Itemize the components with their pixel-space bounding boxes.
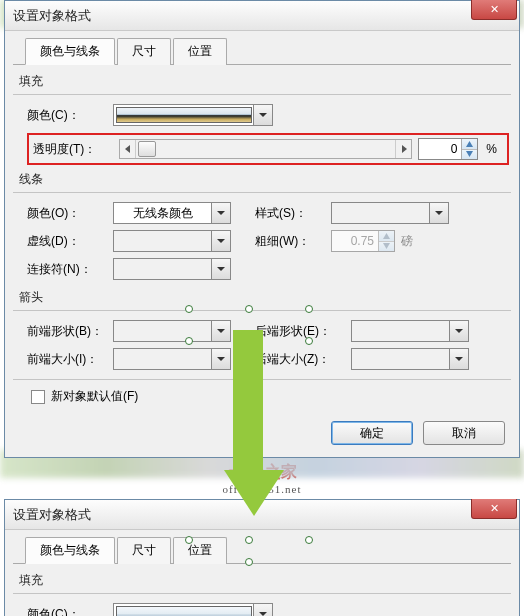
slider-left-icon[interactable]	[120, 140, 136, 158]
weight-input[interactable]	[332, 231, 378, 251]
cancel-button[interactable]: 取消	[423, 421, 505, 445]
chevron-down-icon[interactable]	[211, 320, 231, 342]
spin-down-icon[interactable]	[462, 150, 477, 160]
transparency-highlight: 透明度(T)： %	[27, 133, 509, 165]
section-arrows-label: 箭头	[13, 287, 511, 308]
fill-color-combo[interactable]	[113, 104, 273, 126]
tab-color-lines[interactable]: 颜色与线条	[25, 537, 115, 564]
close-button[interactable]: ✕	[471, 0, 517, 20]
selection-handle[interactable]	[305, 536, 313, 544]
panel: 填充 颜色(C)： 透明度(T)：	[5, 65, 519, 413]
transparency-slider[interactable]	[119, 139, 412, 159]
end-shape-label: 后端形状(E)：	[255, 323, 345, 340]
divider	[13, 94, 511, 95]
chevron-down-icon[interactable]	[449, 320, 469, 342]
chevron-down-icon[interactable]	[211, 348, 231, 370]
begin-shape-label: 前端形状(B)：	[27, 323, 107, 340]
chevron-down-icon[interactable]	[253, 603, 273, 616]
line-dash-combo[interactable]	[113, 230, 231, 252]
tab-size[interactable]: 尺寸	[117, 537, 171, 564]
format-object-dialog-top: 设置对象格式 ✕ 颜色与线条 尺寸 位置 填充 颜色(C)： 透明度(T)：	[4, 0, 520, 458]
spin-up-icon[interactable]	[379, 231, 394, 242]
selection-handle[interactable]	[245, 305, 253, 313]
begin-size-label: 前端大小(I)：	[27, 351, 107, 368]
section-fill-label: 填充	[13, 71, 511, 92]
tab-size[interactable]: 尺寸	[117, 38, 171, 65]
spin-up-icon[interactable]	[462, 139, 477, 150]
chevron-down-icon[interactable]	[211, 258, 231, 280]
weight-unit: 磅	[401, 233, 413, 250]
end-size-label: 后端大小(Z)：	[255, 351, 345, 368]
line-color-combo[interactable]: 无线条颜色	[113, 202, 231, 224]
titlebar[interactable]: 设置对象格式 ✕	[5, 500, 519, 530]
fill-swatch	[116, 107, 252, 123]
spin-down-icon[interactable]	[379, 242, 394, 252]
selection-handle[interactable]	[185, 337, 193, 345]
section-fill-label: 填充	[13, 570, 511, 591]
selection-handle[interactable]	[185, 305, 193, 313]
transparency-input[interactable]	[419, 139, 461, 159]
fill-color-label: 颜色(C)：	[27, 107, 107, 124]
selection-handle[interactable]	[245, 536, 253, 544]
tab-position[interactable]: 位置	[173, 38, 227, 65]
divider	[13, 593, 511, 594]
window-title: 设置对象格式	[13, 506, 91, 524]
line-conn-combo[interactable]	[113, 258, 231, 280]
end-size-combo[interactable]	[351, 348, 469, 370]
fill-swatch	[116, 606, 252, 616]
chevron-down-icon[interactable]	[211, 230, 231, 252]
close-icon: ✕	[490, 3, 499, 16]
watermark-sub: office.jb51.net	[0, 483, 524, 495]
begin-shape-combo[interactable]	[113, 320, 231, 342]
line-weight-label: 粗细(W)：	[255, 233, 325, 250]
transparency-label: 透明度(T)：	[33, 141, 113, 158]
chevron-down-icon[interactable]	[211, 202, 231, 224]
divider	[13, 379, 511, 380]
tab-position[interactable]: 位置	[173, 537, 227, 564]
default-checkbox[interactable]	[31, 390, 45, 404]
fill-color-label: 颜色(C)：	[27, 606, 107, 617]
fill-color-combo[interactable]	[113, 603, 273, 616]
close-icon: ✕	[490, 502, 499, 515]
end-shape-combo[interactable]	[351, 320, 469, 342]
line-color-value: 无线条颜色	[133, 205, 193, 222]
format-object-dialog-bottom: 设置对象格式 ✕ 颜色与线条 尺寸 位置 填充 颜色(C)： 透明度(T)：	[4, 499, 520, 616]
transparency-value[interactable]	[418, 138, 478, 160]
slider-right-icon[interactable]	[395, 140, 411, 158]
titlebar[interactable]: 设置对象格式 ✕	[5, 1, 519, 31]
line-style-combo[interactable]	[331, 202, 449, 224]
ok-button[interactable]: 确定	[331, 421, 413, 445]
tab-bar: 颜色与线条 尺寸 位置	[13, 31, 511, 65]
chevron-down-icon[interactable]	[449, 348, 469, 370]
default-label: 新对象默认值(F)	[51, 388, 138, 405]
selection-handle[interactable]	[245, 558, 253, 566]
section-line-label: 线条	[13, 169, 511, 190]
selection-handle[interactable]	[305, 337, 313, 345]
begin-size-combo[interactable]	[113, 348, 231, 370]
tab-color-lines[interactable]: 颜色与线条	[25, 38, 115, 65]
pct-label: %	[484, 142, 499, 156]
line-dash-label: 虚线(D)：	[27, 233, 107, 250]
selection-handle[interactable]	[305, 305, 313, 313]
button-bar: 确定 取消	[5, 413, 519, 457]
chevron-down-icon[interactable]	[253, 104, 273, 126]
line-weight-value[interactable]	[331, 230, 395, 252]
selection-handle[interactable]	[245, 337, 253, 345]
divider	[13, 192, 511, 193]
chevron-down-icon[interactable]	[429, 202, 449, 224]
line-conn-label: 连接符(N)：	[27, 261, 107, 278]
selection-handle[interactable]	[185, 536, 193, 544]
window-title: 设置对象格式	[13, 7, 91, 25]
tab-bar: 颜色与线条 尺寸 位置	[13, 530, 511, 564]
line-style-label: 样式(S)：	[255, 205, 325, 222]
divider	[13, 310, 511, 311]
close-button[interactable]: ✕	[471, 499, 517, 519]
slider-thumb[interactable]	[138, 141, 156, 157]
line-color-label: 颜色(O)：	[27, 205, 107, 222]
